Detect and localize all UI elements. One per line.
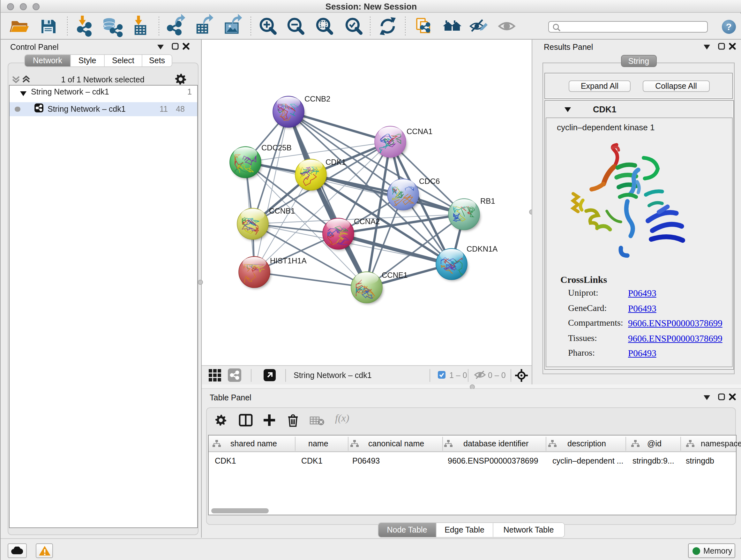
svg-text:CDC25B: CDC25B xyxy=(261,143,292,152)
svg-text:CCNA2: CCNA2 xyxy=(354,217,380,226)
svg-text:CCNB2: CCNB2 xyxy=(305,94,330,103)
svg-text:CCNB1: CCNB1 xyxy=(269,206,295,215)
svg-text:CCNE1: CCNE1 xyxy=(382,270,408,279)
svg-text:CCNA1: CCNA1 xyxy=(407,127,432,135)
svg-text:CDKN1A: CDKN1A xyxy=(467,244,497,253)
svg-text:RB1: RB1 xyxy=(480,196,495,205)
svg-text:HIST1H1A: HIST1H1A xyxy=(270,256,307,265)
svg-text:CDC6: CDC6 xyxy=(419,177,440,185)
svg-text:CDK1: CDK1 xyxy=(326,158,346,166)
